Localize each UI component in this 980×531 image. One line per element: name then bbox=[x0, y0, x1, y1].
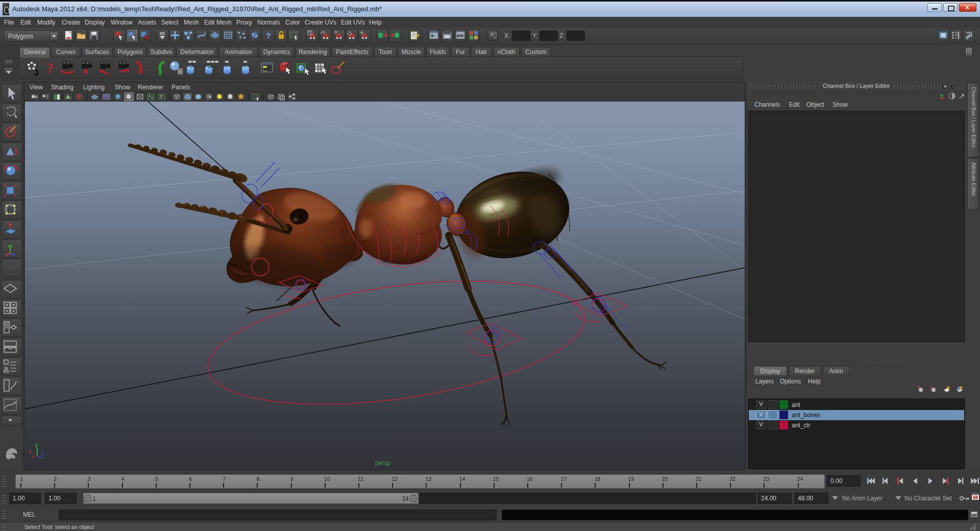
svg-text:x: x bbox=[29, 449, 31, 454]
svg-text:y: y bbox=[35, 442, 38, 448]
svg-text:persp: persp bbox=[375, 460, 390, 467]
svg-text:T: T bbox=[160, 94, 163, 100]
svg-text:?: ? bbox=[46, 60, 54, 76]
svg-text:IPR: IPR bbox=[457, 34, 464, 38]
svg-text:?: ? bbox=[266, 31, 271, 40]
svg-text:z: z bbox=[41, 450, 44, 456]
